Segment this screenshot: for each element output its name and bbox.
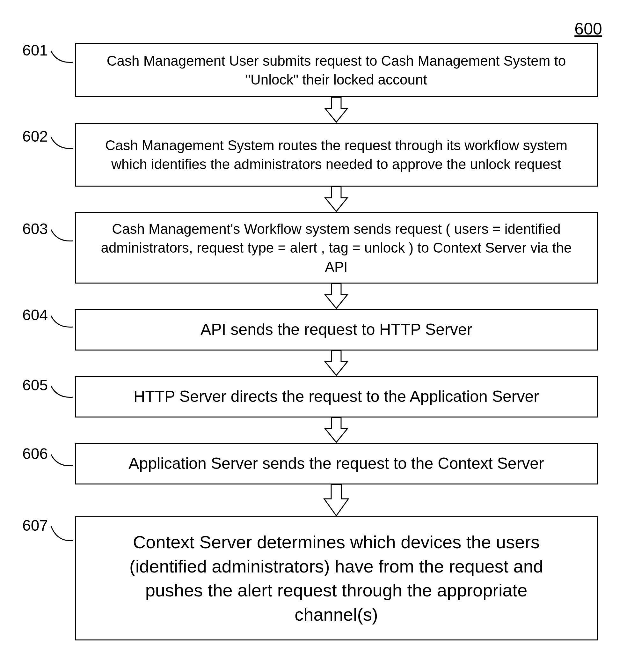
- arrow-icon: [320, 484, 352, 516]
- arrow-icon: [322, 417, 351, 443]
- step-text-601: Cash Management User submits request to …: [89, 51, 584, 89]
- step-label-605: 605: [22, 376, 67, 394]
- flow-column: Cash Management User submits request to …: [73, 43, 599, 641]
- step-box-602: Cash Management System routes the reques…: [75, 123, 598, 187]
- step-box-604: API sends the request to HTTP Server: [75, 309, 598, 350]
- step-box-606: Application Server sends the request to …: [75, 443, 598, 484]
- step-label-606: 606: [22, 445, 67, 462]
- step-label-601: 601: [22, 42, 67, 59]
- step-label-603: 603: [22, 220, 67, 238]
- step-label-604: 604: [22, 306, 67, 324]
- step-label-607: 607: [22, 517, 67, 534]
- arrow-icon: [322, 187, 351, 212]
- step-text-602: Cash Management System routes the reques…: [89, 136, 584, 174]
- step-text-603: Cash Management's Workflow system sends …: [89, 219, 584, 276]
- step-box-605: HTTP Server directs the request to the A…: [75, 376, 598, 417]
- step-box-601: Cash Management User submits request to …: [75, 43, 598, 97]
- step-text-607: Context Server determines which devices …: [127, 530, 546, 626]
- step-label-602: 602: [22, 128, 67, 145]
- arrow-icon: [322, 350, 351, 376]
- arrow-icon: [322, 283, 351, 309]
- arrow-icon: [322, 97, 351, 123]
- step-box-607: Context Server determines which devices …: [75, 516, 598, 640]
- step-text-604: API sends the request to HTTP Server: [200, 319, 472, 341]
- step-box-603: Cash Management's Workflow system sends …: [75, 212, 598, 283]
- step-text-605: HTTP Server directs the request to the A…: [133, 386, 539, 408]
- figure-number: 600: [575, 19, 602, 38]
- step-text-606: Application Server sends the request to …: [128, 453, 544, 474]
- diagram-page: 600 601 602 603 604 605 606 607 Cash Man…: [0, 0, 634, 672]
